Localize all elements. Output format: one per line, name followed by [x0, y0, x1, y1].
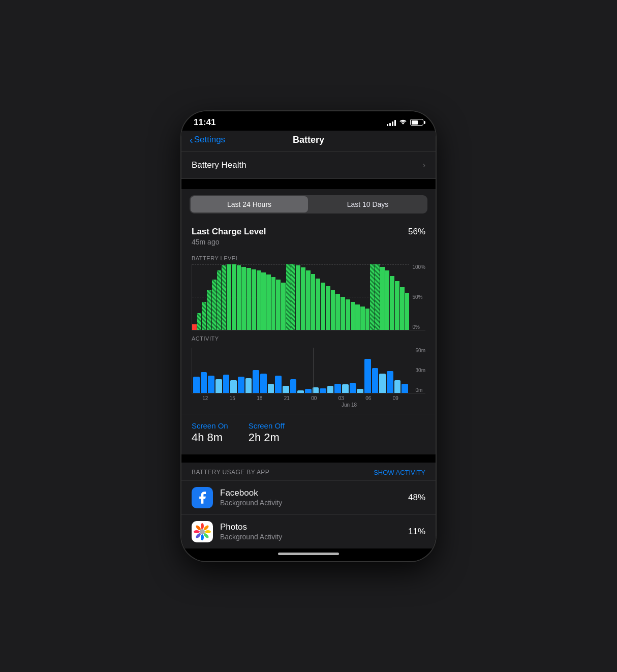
battery-bar — [341, 297, 345, 330]
battery-bar — [311, 274, 316, 330]
activity-bar — [402, 384, 408, 393]
svg-point-1 — [201, 523, 204, 529]
battery-bar — [257, 270, 261, 329]
screen-on-label: Screen On — [192, 421, 228, 430]
facebook-app-percent: 48% — [408, 493, 425, 503]
activity-bar — [394, 380, 401, 393]
nav-bar: ‹ Settings Battery — [181, 131, 436, 152]
battery-bar — [321, 283, 325, 330]
x-label-00: 00 — [300, 395, 328, 401]
activity-bar — [320, 388, 326, 393]
y-label-60m: 60m — [416, 348, 425, 353]
show-activity-button[interactable]: SHOW ACTIVITY — [374, 469, 425, 476]
battery-bar — [395, 281, 399, 329]
x-date-label: Jun 18 — [192, 402, 425, 408]
chevron-right-icon: › — [423, 161, 425, 170]
y-label-0: 0% — [412, 324, 425, 330]
battery-bar — [252, 269, 256, 330]
battery-bar — [202, 302, 206, 329]
battery-bar — [365, 309, 370, 329]
back-button[interactable]: ‹ Settings — [190, 134, 225, 146]
activity-bar — [275, 376, 282, 393]
x-axis-labels: 12 15 18 21 00 03 06 09 — [192, 393, 409, 401]
svg-point-5 — [201, 534, 204, 540]
battery-bar — [296, 265, 300, 329]
battery-bar — [281, 283, 286, 330]
battery-bar — [335, 294, 340, 330]
segment-10d[interactable]: Last 10 Days — [309, 196, 426, 212]
activity-y-axis: 60m 30m 0m — [414, 348, 425, 393]
battery-bar — [326, 286, 330, 329]
activity-bar — [245, 378, 252, 392]
battery-bar — [316, 279, 320, 330]
activity-bar — [350, 383, 356, 393]
activity-bar — [334, 384, 341, 393]
activity-bar — [238, 377, 244, 392]
activity-bar — [372, 368, 379, 393]
battery-health-label: Battery Health — [192, 160, 246, 170]
charts-section: BATTERY LEVEL — [181, 250, 436, 414]
svg-point-7 — [194, 530, 200, 533]
x-label-06: 06 — [355, 395, 382, 401]
y-label-30m: 30m — [416, 368, 425, 373]
battery-bar — [241, 267, 246, 330]
battery-bar — [400, 287, 405, 330]
activity-bar — [364, 359, 371, 393]
battery-bar — [346, 299, 350, 329]
app-row-facebook[interactable]: Facebook Background Activity 48% — [181, 480, 436, 514]
battery-bar — [212, 280, 217, 329]
battery-y-axis: 100% 50% 0% — [410, 264, 425, 330]
photos-app-icon — [192, 521, 213, 542]
photos-app-percent: 11% — [408, 527, 425, 537]
activity-bar — [342, 384, 349, 392]
segment-24h[interactable]: Last 24 Hours — [191, 196, 308, 212]
facebook-app-name: Facebook — [220, 488, 408, 498]
activity-bar — [357, 389, 363, 392]
activity-bar — [290, 379, 297, 393]
photos-app-name: Photos — [220, 522, 408, 532]
status-bar: 11:41 — [181, 111, 436, 131]
segment-container: Last 24 Hours Last 10 Days — [181, 189, 436, 220]
activity-bar — [305, 389, 312, 392]
battery-bar — [351, 302, 355, 329]
divider-2 — [181, 454, 436, 463]
battery-bar — [360, 307, 365, 329]
activity-bar — [268, 384, 274, 393]
activity-chart-label: ACTIVITY — [192, 330, 425, 345]
x-label-12: 12 — [192, 395, 219, 401]
battery-chart-label: BATTERY LEVEL — [192, 250, 425, 264]
back-chevron-icon: ‹ — [190, 134, 193, 146]
battery-bar — [390, 276, 394, 330]
back-label: Settings — [194, 135, 225, 145]
chart-divider — [314, 348, 314, 393]
x-label-03: 03 — [328, 395, 355, 401]
battery-status-icon — [410, 119, 423, 126]
activity-bar — [230, 380, 237, 393]
wifi-icon — [399, 118, 407, 127]
activity-bar — [223, 375, 230, 393]
battery-bar — [286, 264, 291, 330]
battery-bar — [266, 274, 271, 329]
screen-stats: Screen On 4h 8m Screen Off 2h 2m — [181, 414, 436, 454]
battery-bar — [380, 267, 385, 330]
battery-usage-section: BATTERY USAGE BY APP SHOW ACTIVITY Faceb… — [181, 463, 436, 548]
battery-health-row[interactable]: Battery Health › — [181, 152, 436, 179]
battery-bar — [207, 290, 211, 329]
battery-bar — [306, 270, 311, 329]
battery-level-chart: 100% 50% 0% — [192, 264, 425, 330]
home-indicator — [181, 548, 436, 561]
activity-bar — [379, 374, 386, 392]
battery-bar — [271, 277, 276, 329]
x-label-09: 09 — [382, 395, 410, 401]
battery-bar — [197, 313, 202, 329]
battery-bar — [276, 280, 281, 329]
phone-screen: 11:41 — [181, 111, 436, 561]
activity-bar — [193, 377, 200, 392]
app-row-photos[interactable]: Photos Background Activity 11% — [181, 514, 436, 548]
activity-bar — [260, 374, 267, 392]
battery-bar — [331, 290, 335, 329]
charge-section: Last Charge Level 45m ago 56% — [181, 220, 436, 250]
charge-title: Last Charge Level — [192, 227, 266, 237]
y-label-50: 50% — [412, 294, 425, 300]
battery-bar — [355, 304, 360, 329]
